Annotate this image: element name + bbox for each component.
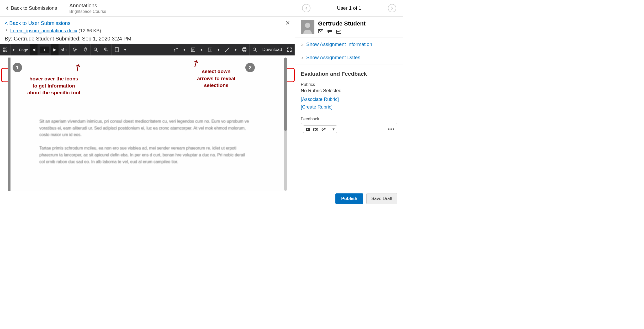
rubrics-status: No Rubric Selected. [295, 88, 403, 96]
submission-meta-line: By: Gertrude Student Submitted: Sep 1, 2… [0, 36, 295, 44]
drawing-dropdown[interactable]: ▾ [181, 44, 188, 55]
svg-point-12 [229, 48, 230, 48]
show-assignment-info-toggle[interactable]: ▷ Show Assignment Information [295, 38, 403, 51]
show-assignment-dates-toggle[interactable]: ▷ Show Assignment Dates [295, 51, 403, 64]
chevron-right-icon: ▷ [301, 55, 304, 60]
avatar [301, 20, 314, 34]
next-page-button[interactable]: ▶ [51, 44, 59, 55]
svg-point-16 [253, 48, 256, 50]
svg-point-22 [329, 31, 329, 31]
pan-hand-icon[interactable] [80, 44, 91, 55]
page-label: Page [17, 44, 30, 55]
annotation-arrow-1: ↗ [71, 61, 84, 75]
upload-icon [5, 28, 10, 33]
svg-rect-2 [3, 50, 5, 52]
feedback-label: Feedback [295, 111, 403, 123]
svg-rect-1 [6, 48, 7, 49]
chevron-left-icon [6, 6, 9, 10]
search-icon[interactable] [250, 44, 260, 55]
document-viewer-pane: < Back to User Submissions ✕ Lorem_ipsum… [0, 17, 295, 191]
more-actions-icon[interactable]: ••• [388, 126, 395, 132]
annotation-hover-text: hover over the icons to get information … [20, 75, 88, 96]
progress-icon[interactable] [336, 29, 341, 34]
download-button[interactable]: Download [260, 44, 284, 55]
text-tool-icon[interactable]: T [205, 44, 215, 55]
line-tool-icon[interactable] [222, 44, 233, 55]
svg-rect-3 [6, 50, 7, 52]
footer-bar: Publish Save Draft [0, 191, 403, 206]
document-body-text: Sit an aperiam vivendum inimicus, pri co… [39, 118, 250, 165]
email-icon[interactable] [318, 29, 323, 34]
fit-dropdown[interactable]: ▾ [122, 44, 128, 55]
file-size-label: (12.66 KB) [78, 28, 101, 33]
show-assignment-info-label: Show Assignment Information [306, 42, 372, 47]
associate-rubric-link[interactable]: [Associate Rubric] [295, 96, 403, 103]
note-dropdown[interactable]: ▾ [198, 44, 205, 55]
svg-rect-14 [242, 49, 246, 51]
document-viewport[interactable]: 1 2 hover over the icons to get informat… [8, 58, 287, 191]
svg-point-4 [74, 49, 76, 50]
insert-video-icon[interactable] [305, 127, 310, 131]
chevron-right-icon: ▷ [301, 42, 304, 47]
page-subtitle: Brightspace Course [69, 9, 289, 14]
show-assignment-dates-label: Show Assignment Dates [306, 55, 360, 60]
svg-point-23 [329, 31, 330, 31]
gear-icon[interactable] [70, 44, 80, 55]
svg-point-11 [225, 51, 226, 52]
zoom-in-icon[interactable] [101, 44, 112, 55]
annotation-badge-1: 1 [13, 63, 22, 72]
svg-point-20 [305, 23, 310, 28]
student-header: Gertrude Student [295, 17, 403, 38]
svg-rect-15 [243, 50, 245, 52]
drawing-tool-icon[interactable] [171, 44, 181, 55]
prev-user-button[interactable] [302, 4, 310, 12]
back-to-user-submissions-link[interactable]: < Back to User Submissions [5, 20, 71, 26]
zoom-out-icon[interactable] [91, 44, 101, 55]
insert-more-dropdown[interactable]: ▾ [332, 127, 335, 132]
header-title-block: Annotations Brightspace Course [63, 3, 295, 14]
svg-text:T: T [209, 48, 211, 51]
message-icon[interactable] [327, 29, 332, 34]
student-name: Gertrude Student [318, 20, 366, 27]
file-meta-row: Lorem_ipsum_annotations.docx (12.66 KB) [0, 28, 295, 36]
publish-button[interactable]: Publish [335, 193, 363, 204]
evaluation-sidebar: Gertrude Student ▷ Show Assignment Infor… [295, 17, 403, 191]
svg-point-24 [330, 31, 331, 31]
svg-rect-28 [315, 128, 316, 128]
note-tool-icon[interactable] [188, 44, 198, 55]
scrollbar-thumb[interactable] [284, 58, 287, 131]
svg-rect-7 [115, 48, 118, 52]
annotation-badge-2: 2 [245, 63, 255, 72]
fullscreen-icon[interactable] [284, 44, 295, 55]
doc-left-edge [8, 58, 10, 191]
back-label: Back to Submissions [11, 5, 57, 11]
back-to-submissions-button[interactable]: Back to Submissions [0, 0, 63, 16]
thumbnail-dropdown[interactable]: ▾ [10, 44, 17, 55]
insert-link-icon[interactable] [321, 127, 326, 132]
insert-image-icon[interactable] [313, 127, 318, 131]
close-icon[interactable]: ✕ [285, 20, 290, 27]
page-title: Annotations [69, 3, 289, 9]
page-of-label: of 1 [59, 44, 70, 55]
annotation-select-text: select down arrows to reveal selections [190, 68, 242, 89]
thumbnail-view-button[interactable] [0, 44, 10, 55]
next-user-button[interactable] [388, 4, 396, 12]
annotation-toolbar: ▾ Page ◀ ▶ of 1 ▾ [0, 44, 295, 55]
svg-rect-0 [3, 48, 5, 49]
page-number-input[interactable] [38, 44, 51, 55]
svg-point-27 [315, 129, 316, 130]
text-dropdown[interactable]: ▾ [215, 44, 222, 55]
line-dropdown[interactable]: ▾ [233, 44, 239, 55]
save-draft-button[interactable]: Save Draft [366, 193, 397, 204]
evaluation-header: Evaluation and Feedback [295, 64, 403, 80]
user-pager-label: User 1 of 1 [337, 5, 361, 11]
prev-page-button[interactable]: ◀ [30, 44, 38, 55]
file-name-link[interactable]: Lorem_ipsum_annotations.docx [10, 28, 77, 33]
fit-page-icon[interactable] [112, 44, 122, 55]
feedback-editor-toolbar: ▾ ••• [301, 123, 397, 135]
print-icon[interactable] [239, 44, 250, 55]
rubrics-label: Rubrics [295, 80, 403, 88]
app-header: Back to Submissions Annotations Brightsp… [0, 0, 403, 17]
user-pager: User 1 of 1 [295, 0, 403, 16]
create-rubric-link[interactable]: [Create Rubric] [295, 103, 403, 111]
